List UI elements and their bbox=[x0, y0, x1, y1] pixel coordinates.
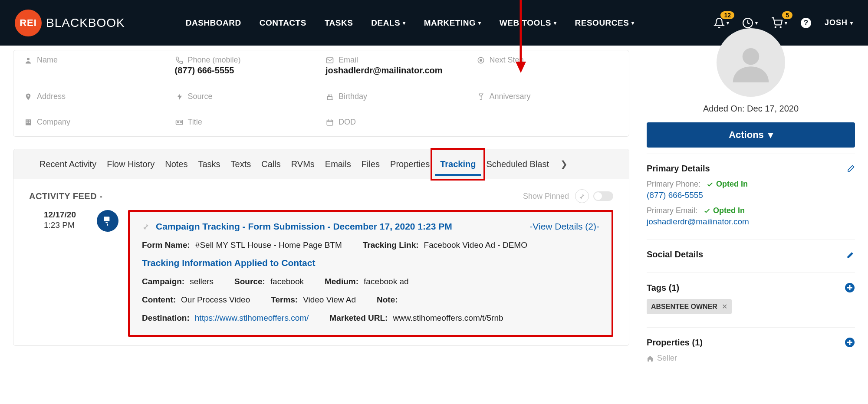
email-icon bbox=[326, 56, 334, 65]
cart-icon bbox=[771, 17, 783, 29]
tab-properties[interactable]: Properties bbox=[385, 150, 435, 179]
pin-icon bbox=[24, 92, 33, 101]
svg-point-1 bbox=[775, 26, 776, 27]
field-next-step[interactable]: Next Step bbox=[477, 56, 619, 76]
svg-rect-14 bbox=[29, 120, 30, 121]
form-name-label: Form Name: bbox=[142, 240, 190, 250]
svg-point-10 bbox=[480, 59, 482, 61]
feed-card-headline: Campaign Tracking - Form Submission - De… bbox=[156, 221, 452, 232]
add-tag-button[interactable] bbox=[845, 282, 855, 293]
show-pinned-label: Show Pinned bbox=[523, 192, 569, 201]
tab-flow-history[interactable]: Flow History bbox=[102, 150, 160, 179]
svg-rect-20 bbox=[104, 217, 109, 221]
field-company[interactable]: Company bbox=[24, 118, 166, 127]
chevron-down-icon: ▾ bbox=[554, 20, 557, 26]
tracking-info-subhead: Tracking Information Applied to Contact bbox=[142, 258, 599, 268]
tab-calls[interactable]: Calls bbox=[256, 150, 286, 179]
tab-tracking[interactable]: Tracking bbox=[435, 150, 481, 179]
field-email[interactable]: Email joshadlerdr@mailinator.com bbox=[326, 56, 468, 76]
nav-links: DASHBOARD CONTACTS TASKS DEALS ▾ MARKETI… bbox=[186, 18, 635, 28]
logo-text: BLACKBOOK bbox=[46, 16, 125, 30]
form-submission-icon bbox=[97, 210, 118, 232]
nav-contacts[interactable]: CONTACTS bbox=[260, 18, 306, 28]
marketed-url-label: Marketed URL: bbox=[329, 313, 388, 322]
primary-phone-label: Primary Phone: bbox=[647, 180, 700, 189]
tab-emails[interactable]: Emails bbox=[320, 150, 356, 179]
svg-rect-12 bbox=[26, 119, 31, 125]
nav-tasks[interactable]: TASKS bbox=[325, 18, 353, 28]
svg-point-2 bbox=[780, 26, 781, 27]
campaign-value: sellers bbox=[190, 277, 214, 286]
primary-details-section: Primary Details Primary Phone: Opted In … bbox=[647, 154, 855, 233]
nav-deals[interactable]: DEALS ▾ bbox=[371, 18, 405, 28]
notifications-button[interactable]: ▾ 12 bbox=[713, 17, 729, 29]
calendar-icon bbox=[326, 118, 334, 127]
primary-phone-value[interactable]: (877) 666-5555 bbox=[647, 191, 855, 200]
view-details-link[interactable]: -View Details (2)- bbox=[529, 221, 599, 232]
tab-texts[interactable]: Texts bbox=[226, 150, 256, 179]
chevron-down-icon: ▾ bbox=[727, 20, 729, 26]
source-label: Source: bbox=[234, 277, 265, 286]
content-value: Our Process Video bbox=[181, 295, 250, 304]
tab-files[interactable]: Files bbox=[356, 150, 385, 179]
nav-resources[interactable]: RESOURCES ▾ bbox=[575, 18, 635, 28]
nav-marketing[interactable]: MARKETING ▾ bbox=[424, 18, 481, 28]
social-details-section: Social Details bbox=[647, 240, 855, 266]
tab-rvms[interactable]: RVMs bbox=[286, 150, 320, 179]
add-property-button[interactable] bbox=[845, 337, 855, 348]
nav-webtools[interactable]: WEB TOOLS ▾ bbox=[500, 18, 557, 28]
properties-heading: Properties (1) bbox=[647, 338, 703, 348]
field-address[interactable]: Address bbox=[24, 92, 166, 101]
form-name-value: #Sell MY STL House - Home Page BTM bbox=[195, 240, 342, 250]
field-dod[interactable]: DOD bbox=[326, 118, 468, 127]
primary-email-value[interactable]: joshadlerdr@mailinator.com bbox=[647, 217, 855, 227]
marketed-url-value: www.stlhomeoffers.com/t/5rnb bbox=[393, 313, 503, 322]
tab-recent-activity[interactable]: Recent Activity bbox=[34, 150, 102, 179]
edit-icon[interactable] bbox=[846, 250, 855, 259]
avatar[interactable] bbox=[717, 28, 785, 97]
destination-link[interactable]: https://www.stlhomeoffers.com/ bbox=[195, 313, 309, 322]
glass-icon bbox=[477, 92, 485, 101]
home-icon bbox=[647, 355, 654, 362]
help-icon: ? bbox=[800, 17, 812, 29]
field-anniversary[interactable]: Anniversary bbox=[477, 92, 619, 101]
logo[interactable]: REI BLACKBOOK bbox=[15, 10, 125, 36]
clock-icon bbox=[742, 17, 753, 29]
history-button[interactable]: ▾ bbox=[742, 17, 758, 29]
nav-dashboard[interactable]: DASHBOARD bbox=[186, 18, 241, 28]
cake-icon bbox=[326, 92, 334, 101]
field-phone[interactable]: Phone (mobile) (877) 666-5555 bbox=[175, 56, 317, 76]
field-title[interactable]: Title bbox=[175, 118, 317, 127]
field-source[interactable]: Source bbox=[175, 92, 317, 101]
show-pinned-toggle[interactable] bbox=[575, 189, 613, 203]
tab-scheduled-blast[interactable]: Scheduled Blast bbox=[481, 150, 554, 179]
source-value: facebook bbox=[270, 277, 304, 286]
remove-tag-icon[interactable]: ✕ bbox=[722, 302, 727, 311]
medium-label: Medium: bbox=[325, 277, 358, 286]
tab-tasks[interactable]: Tasks bbox=[193, 150, 225, 179]
tabs-scroll-right[interactable]: ❯ bbox=[557, 149, 571, 179]
tab-notes[interactable]: Notes bbox=[160, 150, 193, 179]
cart-button[interactable]: ▾ 5 bbox=[771, 17, 787, 29]
svg-point-21 bbox=[743, 48, 760, 65]
feed-card: Campaign Tracking - Form Submission - De… bbox=[128, 210, 613, 337]
primary-email-label: Primary Email: bbox=[647, 206, 697, 215]
chevron-down-icon: ▾ bbox=[850, 20, 853, 26]
tag-chip[interactable]: ABSENTEE OWNER✕ bbox=[647, 299, 732, 314]
field-birthday[interactable]: Birthday bbox=[326, 92, 468, 101]
user-menu[interactable]: JOSH ▾ bbox=[825, 18, 853, 27]
social-details-heading: Social Details bbox=[647, 250, 703, 259]
destination-label: Destination: bbox=[142, 313, 190, 322]
toggle-switch[interactable] bbox=[593, 191, 613, 201]
edit-icon[interactable] bbox=[846, 164, 855, 173]
property-seller[interactable]: Seller bbox=[647, 354, 855, 363]
field-name[interactable]: Name bbox=[24, 56, 166, 76]
help-button[interactable]: ? bbox=[800, 17, 812, 29]
pin-icon[interactable] bbox=[142, 223, 150, 230]
email-value: joshadlerdr@mailinator.com bbox=[326, 66, 468, 76]
contact-summary-panel: Name Phone (mobile) (877) 666-5555 Email… bbox=[13, 50, 629, 137]
campaign-label: Campaign: bbox=[142, 277, 184, 286]
cart-badge: 5 bbox=[782, 11, 792, 19]
actions-button[interactable]: Actions▾ bbox=[647, 122, 855, 148]
feed-header: ACTIVITY FEED - Show Pinned bbox=[13, 179, 629, 207]
